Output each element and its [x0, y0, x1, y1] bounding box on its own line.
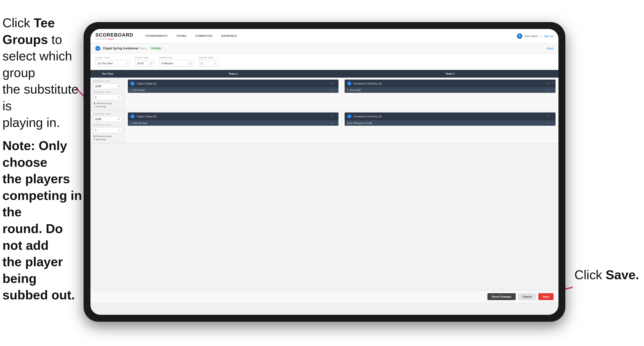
player-expand-icon-1-1-1[interactable]: ⌃ — [334, 89, 336, 92]
back-button[interactable]: ‹ Back — [546, 47, 554, 50]
intervals-label: Intervals — [159, 56, 194, 59]
starting-time-value-2: 10:05 — [95, 118, 101, 121]
group-size-label: Group Size — [198, 56, 218, 59]
player-close-icon-1-1-1[interactable]: ✕ — [330, 89, 332, 92]
player-row-2-1-1[interactable]: 1. Rees Britt ✕ ⌃ — [344, 87, 556, 93]
player-expand-icon-2-2-1[interactable]: ⌃ — [551, 122, 553, 124]
nav-tabs: TOURNAMENTS TEAMS COMMITTEE RANKINGS — [140, 29, 517, 43]
team1-cell-2: B Clippd College (A) ✕ ⌃ 2. Blair McHarg — [125, 110, 342, 143]
starting-hole-label-1: STARTING HOLE: — [94, 91, 122, 93]
player-expand-icon-1-2-1[interactable]: ⌃ — [334, 122, 336, 124]
click-save-prefix: Click — [574, 268, 606, 282]
intervals-input[interactable]: 5 Minutes 🕐 — [159, 60, 194, 67]
team2-cell-1: B Scoreboard University (A) ✕ ⌃ 1. Rees … — [342, 78, 558, 110]
starting-time-input-2[interactable]: 10:05 🕐 — [94, 116, 122, 122]
sub-header: B Clippd Spring Invitational (Men) Hosti… — [90, 43, 558, 53]
hosting-badge: Hosting — [150, 46, 162, 50]
starting-time-label-1: STARTING TIME: — [94, 80, 122, 82]
nav-committee[interactable]: COMMITTEE — [191, 29, 217, 43]
remove-group-btn-1[interactable]: 🗑 Remove Group — [94, 102, 122, 105]
clock-icon: 🕐 — [149, 62, 152, 65]
hole-spinner-2: ▲▼ — [118, 128, 120, 132]
tournament-gender: (Men) — [140, 47, 147, 50]
start-time-field: Start Time 10:00 🕐 — [135, 56, 154, 67]
team-name-2-1: Scoreboard University (A) — [354, 82, 546, 85]
group-size-value: 2 — [201, 62, 202, 65]
logo-scoreboard: SCOREBOARD — [95, 32, 133, 38]
sign-out-link[interactable]: Sign out — [544, 35, 554, 37]
starting-time-input-1[interactable]: 10:00 🕐 — [94, 83, 122, 89]
team-card-2-1[interactable]: B Scoreboard University (A) ✕ ⌃ 1. Rees … — [344, 79, 556, 93]
time-clock-icon-2: 🕐 — [117, 118, 120, 120]
nav-tournaments[interactable]: TOURNAMENTS — [140, 29, 172, 43]
player-row-1-2-1[interactable]: 2. Blair McHarg ✕ ⌃ — [128, 120, 338, 126]
tablet-frame: SCOREBOARD Powered by clippd TOURNAMENTS… — [84, 22, 565, 322]
save-button[interactable]: Save — [538, 293, 554, 300]
sub-header-badge: B — [95, 46, 100, 51]
team2-cell-2: B Scoreboard University (A) ✕ ⌃ Dave Bil… — [342, 110, 558, 143]
add-group-btn-2[interactable]: + Add Group — [94, 138, 122, 141]
team-card-header-1-2: B Clippd College (A) ✕ ⌃ — [128, 112, 338, 120]
tee-table-header: Tee Time Team 1 Team 2 — [90, 70, 558, 78]
team-card-2-2[interactable]: B Scoreboard University (A) ✕ ⌃ Dave Bil… — [344, 112, 556, 126]
starting-time-value-1: 10:00 — [95, 85, 101, 88]
start-type-value: 1st Tee Start — [98, 62, 113, 65]
team-badge-2-1: B — [347, 81, 352, 86]
team-badge-2-2: B — [347, 114, 352, 119]
tablet-screen: SCOREBOARD Powered by clippd TOURNAMENTS… — [90, 29, 558, 315]
tee-time-cell-2: STARTING TIME: 10:05 🕐 STARTING HOLE: 1 … — [90, 110, 125, 143]
team-card-header-2-2: B Scoreboard University (A) ✕ ⌃ — [344, 112, 556, 120]
team-card-actions-2-1: ✕ ⌃ — [548, 82, 553, 85]
team2-header: Team 2 — [342, 70, 558, 78]
team-close-icon-1-1[interactable]: ✕ — [330, 82, 332, 85]
starting-hole-value-1: 1 — [95, 96, 96, 99]
main-instruction: Click Tee Groups toselect which groupthe… — [2, 15, 79, 131]
remove-group-btn-2[interactable]: 🗑 Remove Group — [94, 135, 122, 137]
starting-time-label-2: STARTING TIME: — [94, 113, 122, 115]
team-badge-1-1: B — [130, 81, 135, 86]
start-time-value: 10:00 — [137, 62, 144, 65]
tee-time-cell-1: STARTING TIME: 10:00 🕐 STARTING HOLE: 1 … — [90, 78, 125, 110]
player-expand-icon-2-1-1[interactable]: ⌃ — [551, 89, 553, 92]
player-close-icon-2-2-1[interactable]: ✕ — [548, 122, 550, 124]
group-size-input[interactable]: 2 ▲▼ — [198, 60, 218, 67]
player-name-2-1-1: 1. Rees Britt — [347, 89, 548, 92]
team-close-icon-2-1[interactable]: ✕ — [548, 82, 550, 85]
team-close-icon-1-2[interactable]: ✕ — [330, 115, 332, 118]
team-close-icon-2-2[interactable]: ✕ — [548, 115, 550, 118]
reset-changes-button[interactable]: Reset Changes — [488, 293, 516, 300]
start-time-input[interactable]: 10:00 🕐 — [135, 60, 154, 67]
team-expand-icon-1-2[interactable]: ⌃ — [334, 115, 336, 118]
team-card-actions-1-1: ✕ ⌃ — [330, 82, 336, 85]
team-card-1-2[interactable]: B Clippd College (A) ✕ ⌃ 2. Blair McHarg — [128, 112, 338, 126]
starting-hole-input-2[interactable]: 1 ▲▼ — [94, 127, 122, 133]
player-name-2-2-1: Dave Billingham (SUB) — [347, 122, 548, 124]
nav-rankings[interactable]: RANKINGS — [217, 29, 242, 43]
group-actions-1: 🗑 Remove Group + Add Group — [94, 102, 122, 108]
team1-header: Team 1 — [125, 70, 342, 78]
team1-cell-1: B Clippd College (A) ✕ ⌃ 1. Rich Butler — [125, 78, 342, 110]
player-actions-2-1-1: ✕ ⌃ — [548, 89, 553, 92]
tournament-name: Clippd Spring Invitational — [103, 47, 138, 50]
nav-teams[interactable]: TEAMS — [172, 29, 191, 43]
player-close-icon-1-2-1[interactable]: ✕ — [330, 122, 332, 124]
player-close-icon-2-1-1[interactable]: ✕ — [548, 89, 550, 92]
start-config: Start Type 1st Tee Start ▲▼ Start Time 1… — [90, 53, 558, 70]
team-expand-icon-2-2[interactable]: ⌃ — [551, 115, 553, 118]
main-content: Start Type 1st Tee Start ▲▼ Start Time 1… — [90, 53, 558, 303]
team-expand-icon-1-1[interactable]: ⌃ — [334, 82, 336, 85]
intervals-clock-icon: 🕐 — [188, 62, 192, 65]
logo-brand: clippd — [108, 38, 114, 40]
team-card-actions-1-2: ✕ ⌃ — [330, 115, 336, 118]
start-time-label: Start Time — [135, 56, 154, 59]
team-card-actions-2-2: ✕ ⌃ — [548, 115, 553, 118]
player-row-2-2-1[interactable]: Dave Billingham (SUB) ✕ ⌃ — [344, 120, 556, 126]
group-actions-2: 🗑 Remove Group + Add Group — [94, 135, 122, 141]
player-row-1-1-1[interactable]: 1. Rich Butler ✕ ⌃ — [128, 87, 338, 93]
add-group-btn-1[interactable]: + Add Group — [94, 105, 122, 108]
team-card-1-1[interactable]: B Clippd College (A) ✕ ⌃ 1. Rich Butler — [128, 79, 338, 93]
team-expand-icon-2-1[interactable]: ⌃ — [551, 82, 553, 85]
start-type-input[interactable]: 1st Tee Start ▲▼ — [95, 60, 130, 67]
cancel-button[interactable]: Cancel — [518, 293, 536, 300]
starting-hole-input-1[interactable]: 1 ▲▼ — [94, 94, 122, 100]
